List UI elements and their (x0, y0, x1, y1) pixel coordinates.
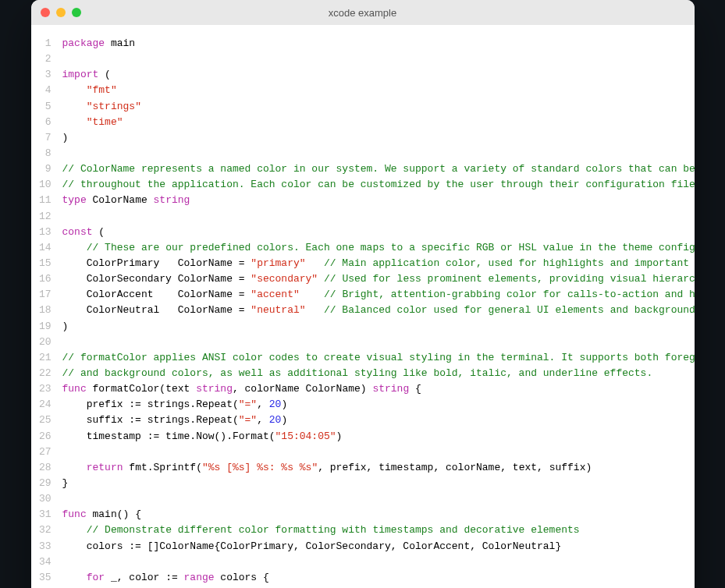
maximize-icon[interactable] (72, 8, 81, 17)
code-line[interactable]: 28 return fmt.Sprintf("%s [%s] %s: %s %s… (31, 460, 695, 476)
line-number: 12 (31, 209, 62, 225)
line-number: 24 (31, 397, 62, 413)
code-content[interactable]: // throughout the application. Each colo… (62, 177, 695, 193)
minimize-icon[interactable] (56, 8, 66, 17)
line-number: 33 (31, 539, 62, 554)
code-line[interactable]: 15 ColorPrimary ColorName = "primary" //… (31, 256, 695, 271)
line-number: 34 (31, 554, 62, 570)
code-line[interactable]: 11type ColorName string (31, 193, 695, 208)
line-number: 21 (31, 350, 62, 366)
code-line[interactable]: 8 (31, 146, 695, 161)
code-content[interactable]: ) (62, 130, 695, 146)
code-content[interactable] (62, 51, 695, 67)
code-line[interactable]: 17 ColorAccent ColorName = "accent" // B… (31, 287, 695, 303)
code-content[interactable]: ColorAccent ColorName = "accent" // Brig… (62, 287, 695, 303)
line-number: 13 (31, 225, 62, 240)
code-content[interactable]: colors := []ColorName{ColorPrimary, Colo… (62, 539, 695, 554)
line-number: 5 (31, 99, 62, 115)
code-line[interactable]: 34 (31, 554, 695, 570)
code-line[interactable]: 14 // These are our predefined colors. E… (31, 240, 695, 256)
code-content[interactable]: package main (62, 36, 695, 51)
line-number: 28 (31, 460, 62, 476)
code-line[interactable]: 33 colors := []ColorName{ColorPrimary, C… (31, 539, 695, 554)
code-line[interactable]: 6 "time" (31, 115, 695, 130)
code-content[interactable]: func main() { (62, 507, 695, 522)
line-number: 19 (31, 319, 62, 335)
code-line[interactable]: 35 for _, color := range colors { (31, 570, 695, 586)
code-line[interactable]: 18 ColorNeutral ColorName = "neutral" //… (31, 303, 695, 318)
code-content[interactable]: const ( (62, 225, 695, 240)
code-content[interactable]: import ( (62, 67, 695, 83)
code-line[interactable]: 20 (31, 335, 695, 350)
line-number: 31 (31, 507, 62, 522)
window-titlebar: xcode example (31, 0, 695, 25)
line-number: 4 (31, 83, 62, 98)
code-content[interactable] (62, 445, 695, 460)
code-content[interactable] (62, 146, 695, 161)
code-line[interactable]: 12 (31, 209, 695, 225)
code-line[interactable]: 25 suffix := strings.Repeat("=", 20) (31, 413, 695, 428)
code-content[interactable]: // formatColor applies ANSI color codes … (62, 350, 695, 366)
code-line[interactable]: 27 (31, 445, 695, 460)
code-editor-window: xcode example 1package main23import (4 "… (31, 0, 695, 588)
code-content[interactable]: // ColorName represents a named color in… (62, 161, 695, 177)
code-content[interactable]: prefix := strings.Repeat("=", 20) (62, 397, 695, 413)
code-line[interactable]: 24 prefix := strings.Repeat("=", 20) (31, 397, 695, 413)
code-content[interactable]: func formatColor(text string, colorName … (62, 381, 695, 397)
code-content[interactable] (62, 335, 695, 350)
line-number: 11 (31, 193, 62, 208)
close-icon[interactable] (41, 8, 50, 17)
code-line[interactable]: 9// ColorName represents a named color i… (31, 161, 695, 177)
line-number: 9 (31, 161, 62, 177)
code-line[interactable]: 31func main() { (31, 507, 695, 522)
code-line[interactable]: 19) (31, 319, 695, 335)
code-content[interactable]: suffix := strings.Repeat("=", 20) (62, 413, 695, 428)
line-number: 35 (31, 570, 62, 586)
traffic-lights (41, 8, 81, 17)
line-number: 6 (31, 115, 62, 130)
code-line[interactable]: 22// and background colors, as well as a… (31, 366, 695, 381)
code-line[interactable]: 4 "fmt" (31, 83, 695, 98)
code-content[interactable]: for _, color := range colors { (62, 570, 695, 586)
code-content[interactable] (62, 209, 695, 225)
code-line[interactable]: 13const ( (31, 225, 695, 240)
code-line[interactable]: 26 timestamp := time.Now().Format("15:04… (31, 429, 695, 445)
code-content[interactable]: ColorNeutral ColorName = "neutral" // Ba… (62, 303, 695, 318)
code-content[interactable]: "fmt" (62, 83, 695, 98)
code-line[interactable]: 30 (31, 491, 695, 507)
code-line[interactable]: 7) (31, 130, 695, 146)
code-line[interactable]: 32 // Demonstrate different color format… (31, 522, 695, 538)
code-line[interactable]: 10// throughout the application. Each co… (31, 177, 695, 193)
code-line[interactable]: 29} (31, 476, 695, 491)
code-line[interactable]: 23func formatColor(text string, colorNam… (31, 381, 695, 397)
code-line[interactable]: 5 "strings" (31, 99, 695, 115)
code-editor[interactable]: 1package main23import (4 "fmt"5 "strings… (31, 25, 695, 588)
code-line[interactable]: 1package main (31, 36, 695, 51)
code-content[interactable]: } (62, 476, 695, 491)
code-line[interactable]: 21// formatColor applies ANSI color code… (31, 350, 695, 366)
code-content[interactable]: return fmt.Sprintf("%s [%s] %s: %s %s", … (62, 460, 695, 476)
code-content[interactable]: "time" (62, 115, 695, 130)
code-content[interactable] (62, 554, 695, 570)
code-content[interactable]: // Demonstrate different color formattin… (62, 522, 695, 538)
code-content[interactable]: ) (62, 319, 695, 335)
code-content[interactable]: // These are our predefined colors. Each… (62, 240, 695, 256)
code-line[interactable]: 16 ColorSecondary ColorName = "secondary… (31, 271, 695, 287)
line-number: 10 (31, 177, 62, 193)
code-content[interactable]: "strings" (62, 99, 695, 115)
line-number: 8 (31, 146, 62, 161)
line-number: 16 (31, 271, 62, 287)
line-number: 14 (31, 240, 62, 256)
line-number: 23 (31, 381, 62, 397)
code-content[interactable]: type ColorName string (62, 193, 695, 208)
code-content[interactable]: ColorSecondary ColorName = "secondary" /… (62, 271, 695, 287)
line-number: 20 (31, 335, 62, 350)
code-content[interactable]: // and background colors, as well as add… (62, 366, 695, 381)
code-content[interactable] (62, 491, 695, 507)
code-line[interactable]: 2 (31, 51, 695, 67)
code-content[interactable]: timestamp := time.Now().Format("15:04:05… (62, 429, 695, 445)
line-number: 22 (31, 366, 62, 381)
line-number: 29 (31, 476, 62, 491)
code-content[interactable]: ColorPrimary ColorName = "primary" // Ma… (62, 256, 695, 271)
code-line[interactable]: 3import ( (31, 67, 695, 83)
